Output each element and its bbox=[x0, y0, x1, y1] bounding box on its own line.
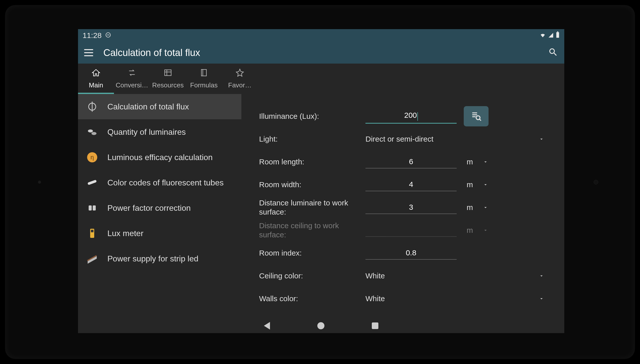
svg-point-11 bbox=[88, 129, 93, 132]
label-illuminance: Illuminance (Lux): bbox=[259, 112, 365, 121]
sidebar-item-power-factor[interactable]: Power factor correction bbox=[78, 195, 241, 221]
sidebar-item-total-flux[interactable]: Calculation of total flux bbox=[78, 94, 241, 119]
label-room-length: Room length: bbox=[259, 157, 365, 166]
input-dist-ceiling bbox=[365, 224, 457, 237]
search-icon[interactable] bbox=[548, 47, 558, 58]
battery-icon bbox=[556, 31, 560, 40]
unit-room-width: m bbox=[463, 180, 477, 189]
nav-home-button[interactable] bbox=[317, 322, 324, 329]
book-icon bbox=[200, 68, 208, 79]
page-title: Calculation of total flux bbox=[103, 47, 538, 58]
sidebar-item-efficacy[interactable]: η Luminous efficacy calculation bbox=[78, 145, 241, 170]
unit-dist-ceiling: m bbox=[463, 226, 477, 235]
sidebar[interactable]: Calculation of total flux Quantity of lu… bbox=[78, 94, 241, 333]
tube-icon bbox=[85, 176, 99, 190]
capacitor-icon bbox=[85, 201, 99, 215]
sidebar-item-luminaires[interactable]: Quantity of luminaires bbox=[78, 119, 241, 145]
row-illuminance: Illuminance (Lux): 200 bbox=[259, 106, 547, 126]
svg-line-21 bbox=[479, 119, 481, 121]
tab-resources[interactable]: Resources bbox=[150, 64, 186, 94]
chevron-down-icon bbox=[536, 271, 547, 281]
label-walls-color: Walls color: bbox=[259, 294, 365, 303]
menu-icon[interactable] bbox=[84, 49, 93, 56]
select-light-value: Direct or semi-direct bbox=[365, 135, 433, 143]
unit-select-room-length[interactable] bbox=[480, 157, 491, 167]
star-icon bbox=[236, 68, 244, 79]
tab-label: Formulas bbox=[190, 81, 218, 89]
sidebar-item-label: Calculation of total flux bbox=[107, 102, 189, 112]
input-room-index[interactable] bbox=[365, 246, 457, 260]
grid-icon bbox=[164, 68, 172, 79]
sidebar-item-label: Power supply for strip led bbox=[107, 254, 198, 264]
unit-room-length: m bbox=[463, 158, 477, 166]
tab-bar: Main Conversi… Resources Formulas Favor… bbox=[78, 64, 564, 94]
tab-main[interactable]: Main bbox=[78, 64, 114, 94]
row-room-width: Room width: m bbox=[259, 175, 547, 195]
svg-point-12 bbox=[91, 132, 96, 135]
lamps-icon bbox=[85, 125, 99, 139]
nav-recent-button[interactable] bbox=[372, 322, 378, 329]
svg-rect-2 bbox=[556, 32, 559, 38]
select-ceiling-color[interactable]: White bbox=[365, 271, 547, 281]
unit-select-room-width[interactable] bbox=[480, 180, 491, 190]
text-caret bbox=[417, 112, 418, 121]
select-walls-color[interactable]: White bbox=[365, 294, 547, 304]
unit-select-dist-ceiling bbox=[480, 225, 491, 235]
nav-back-button[interactable] bbox=[264, 322, 270, 330]
tab-formulas[interactable]: Formulas bbox=[186, 64, 222, 94]
tab-label: Conversi… bbox=[116, 81, 148, 89]
unit-select-dist-luminaire[interactable] bbox=[480, 202, 491, 213]
svg-rect-7 bbox=[201, 69, 206, 76]
row-ceiling-color: Ceiling color: White bbox=[259, 266, 547, 286]
phi-icon bbox=[85, 100, 99, 114]
row-walls-color: Walls color: White bbox=[259, 289, 547, 309]
row-room-length: Room length: m bbox=[259, 152, 547, 172]
strip-icon bbox=[85, 252, 99, 266]
tab-label: Favor… bbox=[228, 81, 251, 89]
tab-label: Main bbox=[89, 81, 103, 89]
sidebar-item-label: Power factor correction bbox=[107, 203, 191, 213]
svg-rect-19 bbox=[91, 230, 93, 232]
row-dist-ceiling: Distance ceiling to work surface: m bbox=[259, 220, 547, 240]
input-illuminance[interactable]: 200 bbox=[365, 109, 457, 124]
sidebar-item-label: Lux meter bbox=[107, 228, 143, 238]
home-icon bbox=[92, 68, 100, 79]
status-bar: 11:28 bbox=[78, 29, 564, 42]
eta-icon: η bbox=[85, 150, 99, 164]
row-dist-luminaire: Distance luminaire to work surface: m bbox=[259, 197, 547, 218]
select-ceiling-color-value: White bbox=[365, 272, 385, 280]
input-room-length[interactable] bbox=[365, 155, 457, 168]
luxmeter-icon bbox=[85, 226, 99, 240]
chevron-down-icon bbox=[536, 134, 547, 144]
sidebar-item-label: Luminous efficacy calculation bbox=[107, 152, 213, 162]
lookup-button[interactable] bbox=[464, 106, 489, 126]
row-light: Light: Direct or semi-direct bbox=[259, 129, 547, 149]
svg-rect-3 bbox=[557, 31, 558, 32]
select-light[interactable]: Direct or semi-direct bbox=[365, 134, 547, 144]
wifi-icon bbox=[539, 31, 546, 40]
sidebar-item-label: Color codes of fluorescent tubes bbox=[107, 178, 224, 188]
do-not-disturb-icon bbox=[105, 31, 111, 40]
unit-dist-luminaire: m bbox=[463, 203, 477, 212]
sidebar-item-color-codes[interactable]: Color codes of fluorescent tubes bbox=[78, 170, 241, 195]
svg-rect-4 bbox=[165, 70, 171, 76]
label-light: Light: bbox=[259, 135, 365, 144]
label-dist-luminaire: Distance luminaire to work surface: bbox=[259, 198, 365, 217]
tab-conversions[interactable]: Conversi… bbox=[114, 64, 150, 94]
form-panel: Illuminance (Lux): 200 Light: Direct or … bbox=[241, 94, 564, 333]
svg-text:η: η bbox=[90, 154, 94, 161]
sidebar-item-strip-led[interactable]: Power supply for strip led bbox=[78, 246, 241, 271]
svg-rect-15 bbox=[87, 180, 97, 185]
tab-favorites[interactable]: Favor… bbox=[222, 64, 258, 94]
label-room-index: Room index: bbox=[259, 248, 365, 258]
sidebar-item-lux-meter[interactable]: Lux meter bbox=[78, 221, 241, 246]
input-room-width[interactable] bbox=[365, 178, 457, 191]
select-walls-color-value: White bbox=[365, 294, 385, 303]
convert-icon bbox=[128, 68, 136, 79]
input-dist-luminaire[interactable] bbox=[365, 201, 457, 214]
label-dist-ceiling: Distance ceiling to work surface: bbox=[259, 221, 365, 239]
signal-icon bbox=[548, 31, 554, 40]
row-room-index: Room index: bbox=[259, 243, 547, 263]
tab-label: Resources bbox=[152, 81, 184, 89]
svg-rect-16 bbox=[89, 205, 92, 210]
